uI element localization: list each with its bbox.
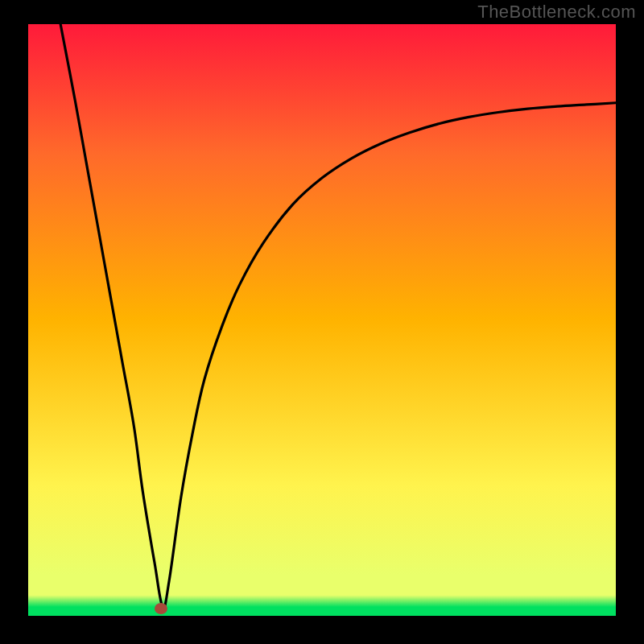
plot-area: [28, 24, 616, 616]
bottleneck-curve: [60, 24, 616, 608]
minimum-marker: [155, 603, 167, 614]
watermark-text: TheBottleneck.com: [477, 2, 636, 23]
curve-layer: [28, 24, 616, 616]
chart-frame: TheBottleneck.com: [0, 0, 644, 644]
